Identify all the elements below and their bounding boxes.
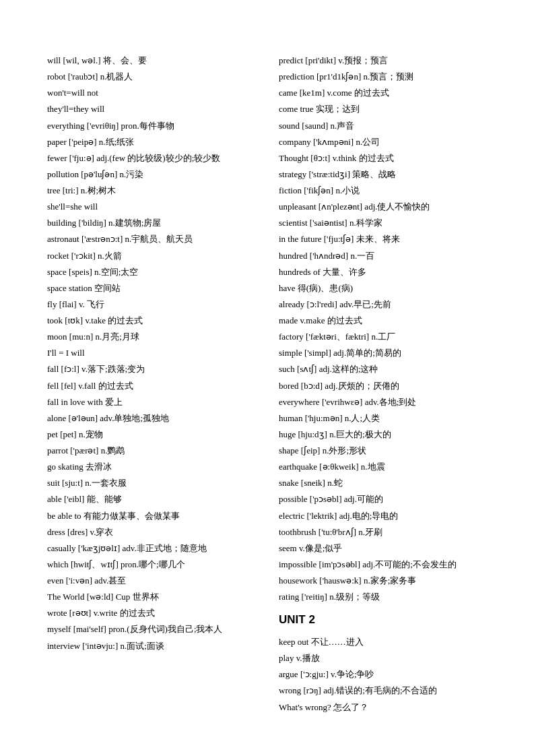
list-item: rating ['reitiŋ] n.级别；等级: [279, 589, 497, 604]
list-item: play v.播放: [279, 650, 497, 666]
list-item: made v.make 的过去式: [279, 313, 497, 328]
list-item: seem v.像是;似乎: [279, 540, 497, 556]
list-item: tree [tri:] n.树;树木: [47, 183, 265, 198]
list-item: paper ['peipə] n.纸;纸张: [47, 134, 265, 150]
left-column: will [wil, wəl.] 将、会、要robot ['raubɔt] n.…: [47, 53, 265, 716]
list-item: human ['hju:mən] n.人;人类: [279, 410, 497, 426]
list-item: won't=will not: [47, 85, 265, 100]
list-item: snake [sneik] n.蛇: [279, 475, 497, 491]
list-item: alone [ə'ləun] adv.单独地;孤独地: [47, 410, 265, 426]
list-item: fall [fɔ:l] v.落下;跌落;变为: [47, 361, 265, 377]
list-item: dress [dres] v.穿衣: [47, 524, 265, 540]
list-item: such [sʌtʃ] adj.这样的;这种: [279, 361, 497, 377]
list-item: rocket ['rɔkit] n.火箭: [47, 248, 265, 263]
list-item: housework ['hauswə:k] n.家务;家务事: [279, 573, 497, 588]
list-item: robot ['raubɔt] n.机器人: [47, 69, 265, 84]
list-item: hundred ['hʌndrəd] n.一百: [279, 248, 497, 263]
list-item: have 得(病)、患(病): [279, 280, 497, 296]
list-item: What's wrong? 怎么了？: [279, 699, 497, 715]
list-item: fell [fel] v.fall 的过去式: [47, 378, 265, 393]
list-item: prediction [pr1'd1kʃən] n.预言；预测: [279, 69, 497, 84]
list-item: will [wil, wəl.] 将、会、要: [47, 53, 265, 68]
list-item: myself [mai'self] pron.(反身代词)我自己;我本人: [47, 621, 265, 637]
list-item: predict [pri'dikt] v.预报；预言: [279, 53, 497, 68]
list-item: able ['eibl] 能、能够: [47, 491, 265, 507]
list-item: impossible [im'pɔsəbl] adj.不可能的;不会发生的: [279, 557, 497, 572]
list-item: possible ['pɔsəbl] adj.可能的: [279, 491, 497, 507]
list-item: interview ['intəvju:] n.面试;面谈: [47, 638, 265, 654]
list-item: scientist ['saiəntist] n.科学家: [279, 215, 497, 230]
list-item: pet [pet] n.宠物: [47, 427, 265, 442]
list-item: toothbrush ['tu:θ'brʌʃ] n.牙刷: [279, 524, 497, 540]
list-item: took [tʊk] v.take 的过去式: [47, 313, 265, 328]
list-item: space [speis] n.空间;太空: [47, 264, 265, 280]
list-item: they'll=they will: [47, 101, 265, 117]
list-item: be able to 有能力做某事、会做某事: [47, 508, 265, 524]
list-item: unpleasant [ʌn'plezənt] adj.使人不愉快的: [279, 199, 497, 214]
unit2-title: UNIT 2: [279, 610, 497, 630]
list-item: strategy ['stræ:tidʒi] 策略、战略: [279, 166, 497, 182]
list-item: earthquake [ə:θkweik] n.地震: [279, 459, 497, 474]
list-item: keep out 不让……进入: [279, 634, 497, 650]
list-item: factory ['fæktəri、fæktri] n.工厂: [279, 329, 497, 344]
list-item: fewer ['fju:ə] adj.(few 的比较级)较少的;较少数: [47, 150, 265, 166]
list-item: which [hwitʃ、wɪtʃ] pron.哪个;哪几个: [47, 557, 265, 572]
list-item: moon [mu:n] n.月亮;月球: [47, 329, 265, 344]
list-item: pollution [pə'luʃən] n.污染: [47, 166, 265, 182]
list-item: hundreds of 大量、许多: [279, 264, 497, 280]
list-item: casually ['kæʒjʊəlɪ] adv.非正式地；随意地: [47, 540, 265, 556]
list-item: electric ['lektrik] adj.电的;导电的: [279, 508, 497, 524]
list-item: in the future ['fju:tʃə] 未来、将来: [279, 231, 497, 247]
list-item: I'll = I will: [47, 345, 265, 360]
list-item: parrot ['pærət] n.鹦鹉: [47, 443, 265, 458]
list-item: huge [hju:dʒ] n.巨大的;极大的: [279, 427, 497, 442]
list-item: wrong [rɔŋ] adj.错误的;有毛病的;不合适的: [279, 683, 497, 698]
right-column: predict [pri'dikt] v.预报；预言prediction [pr…: [279, 53, 497, 716]
list-item: shape [ʃeip] n.外形;形状: [279, 443, 497, 458]
list-item: sound [saund] n.声音: [279, 118, 497, 133]
list-item: Thought [θɔ:t] v.think 的过去式: [279, 150, 497, 166]
list-item: wrote [rəʊt] v.write 的过去式: [47, 605, 265, 621]
list-item: space station 空间站: [47, 280, 265, 296]
list-item: astronaut ['æstrənɔ:t] n.宇航员、航天员: [47, 231, 265, 247]
list-item: everywhere ['evrihwεə] adv.各地;到处: [279, 394, 497, 410]
list-item: argue ['ɔ:gju:] v.争论;争吵: [279, 666, 497, 682]
list-item: bored [bɔ:d] adj.厌烦的；厌倦的: [279, 378, 497, 393]
list-item: already [ɔ:l'redi] adv.早已;先前: [279, 296, 497, 312]
list-item: come true 实现；达到: [279, 101, 497, 117]
list-item: building ['bildiŋ] n.建筑物;房屋: [47, 215, 265, 230]
list-item: simple ['simpl] adj.简单的;简易的: [279, 345, 497, 360]
list-item: everything ['evriθiŋ] pron.每件事物: [47, 118, 265, 133]
list-item: go skating 去滑冰: [47, 459, 265, 474]
list-item: The World [wə:ld] Cup 世界杯: [47, 589, 265, 604]
list-item: fiction ['fikʃən] n.小说: [279, 183, 497, 198]
list-item: suit [sju:t] n.一套衣服: [47, 475, 265, 491]
list-item: fly [flai] v. 飞行: [47, 296, 265, 312]
list-item: came [ke1m] v.come 的过去式: [279, 85, 497, 100]
list-item: company ['kʌmpəni] n.公司: [279, 134, 497, 150]
list-item: she'll=she will: [47, 199, 265, 214]
list-item: even ['i:vən] adv.甚至: [47, 573, 265, 588]
list-item: fall in love with 爱上: [47, 394, 265, 410]
